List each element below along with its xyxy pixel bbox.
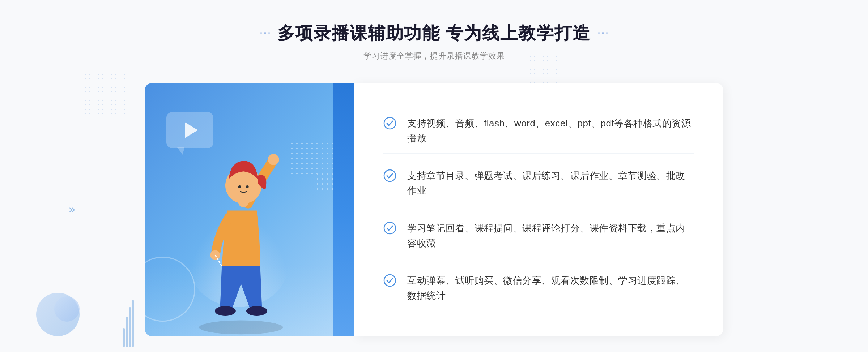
svg-point-1 xyxy=(268,154,279,165)
illustration-panel xyxy=(145,83,354,336)
svg-point-6 xyxy=(246,185,249,188)
feature-text-4: 互动弹幕、试听购买、微信分享、观看次数限制、学习进度跟踪、数据统计 xyxy=(407,273,694,303)
features-panel: 支持视频、音频、flash、word、excel、ppt、pdf等各种格式的资源… xyxy=(354,83,723,336)
feature-item-2: 支持章节目录、弹题考试、课后练习、课后作业、章节测验、批改作业 xyxy=(383,161,694,206)
stripe-bar-decoration xyxy=(123,300,134,347)
title-row: 多项录播课辅助功能 专为线上教学打造 xyxy=(260,22,608,45)
check-circle-icon-4 xyxy=(383,274,396,287)
check-circle-icon-1 xyxy=(383,117,396,130)
svg-point-11 xyxy=(384,222,396,234)
feature-text-3: 学习笔记回看、课程提问、课程评论打分、课件资料下载，重点内容收藏 xyxy=(407,221,694,251)
svg-point-0 xyxy=(199,321,283,335)
svg-point-7 xyxy=(215,306,236,316)
deco-circle-small xyxy=(54,296,80,322)
feature-text-2: 支持章节目录、弹题考试、课后练习、课后作业、章节测验、批改作业 xyxy=(407,168,694,198)
check-circle-icon-3 xyxy=(383,222,396,235)
figure-container xyxy=(156,134,354,336)
svg-point-10 xyxy=(384,170,396,181)
svg-point-12 xyxy=(384,275,396,286)
stripe-col-3 xyxy=(129,307,131,347)
stripe-bar-inner xyxy=(123,300,134,347)
dots-decoration-left xyxy=(83,72,127,116)
feature-text-1: 支持视频、音频、flash、word、excel、ppt、pdf等各种格式的资源… xyxy=(407,116,694,146)
dots-decoration-right xyxy=(528,54,557,83)
figure-svg xyxy=(156,134,354,336)
stripe-col-2 xyxy=(126,317,128,347)
stripe-col-1 xyxy=(123,328,125,347)
main-title: 多项录播课辅助功能 专为线上教学打造 xyxy=(277,22,590,45)
svg-point-9 xyxy=(384,117,396,129)
feature-item-4: 互动弹幕、试听购买、微信分享、观看次数限制、学习进度跟踪、数据统计 xyxy=(383,266,694,310)
svg-point-5 xyxy=(238,185,241,188)
stripe-col-4 xyxy=(132,300,134,347)
arrow-decoration-left: » xyxy=(69,202,75,216)
title-decoration-right xyxy=(598,32,608,34)
check-circle-icon-2 xyxy=(383,169,396,182)
feature-item-1: 支持视频、音频、flash、word、excel、ppt、pdf等各种格式的资源… xyxy=(383,109,694,154)
feature-item-3: 学习笔记回看、课程提问、课程评论打分、课件资料下载，重点内容收藏 xyxy=(383,214,694,258)
page-wrapper: » 多项录播课辅助功能 专为线上教学打造 学习进度全掌握，提升录播课教学效果 xyxy=(0,0,868,352)
content-area: 支持视频、音频、flash、word、excel、ppt、pdf等各种格式的资源… xyxy=(145,83,723,336)
svg-point-8 xyxy=(246,306,267,316)
title-decoration-left xyxy=(260,32,270,34)
